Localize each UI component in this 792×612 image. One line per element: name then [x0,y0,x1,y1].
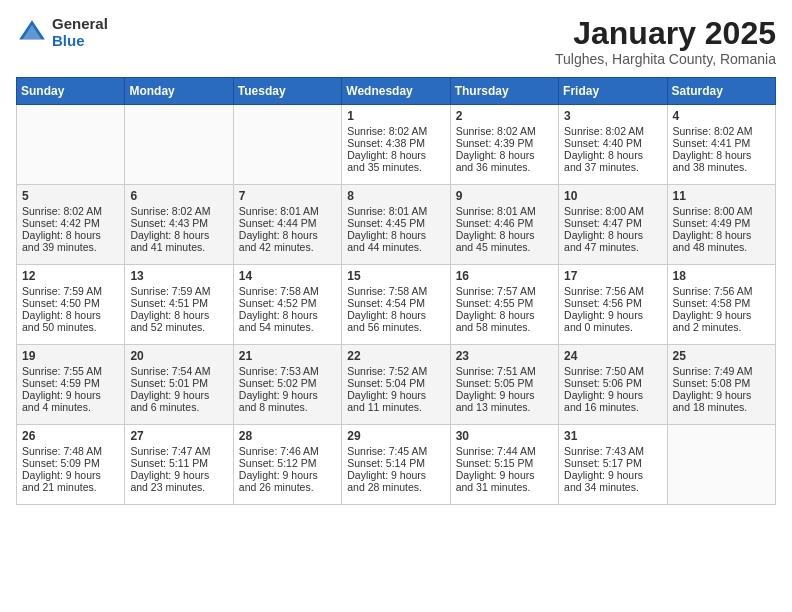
day-content: Sunrise: 7:48 AM [22,445,119,457]
day-content: Sunset: 5:06 PM [564,377,661,389]
calendar-header: SundayMondayTuesdayWednesdayThursdayFrid… [17,78,776,105]
day-cell: 14Sunrise: 7:58 AMSunset: 4:52 PMDayligh… [233,265,341,345]
day-number: 6 [130,189,227,203]
day-content: Sunset: 4:55 PM [456,297,553,309]
day-content: Sunset: 4:39 PM [456,137,553,149]
day-content: Sunrise: 7:58 AM [347,285,444,297]
day-content: Sunrise: 7:57 AM [456,285,553,297]
day-content: Daylight: 9 hours and 11 minutes. [347,389,444,413]
day-content: Sunrise: 8:01 AM [456,205,553,217]
day-content: Sunrise: 7:56 AM [673,285,770,297]
week-row-4: 19Sunrise: 7:55 AMSunset: 4:59 PMDayligh… [17,345,776,425]
day-number: 30 [456,429,553,443]
day-content: Sunrise: 8:02 AM [564,125,661,137]
day-content: Daylight: 8 hours and 48 minutes. [673,229,770,253]
day-number: 21 [239,349,336,363]
day-cell: 21Sunrise: 7:53 AMSunset: 5:02 PMDayligh… [233,345,341,425]
day-cell: 19Sunrise: 7:55 AMSunset: 4:59 PMDayligh… [17,345,125,425]
day-cell: 1Sunrise: 8:02 AMSunset: 4:38 PMDaylight… [342,105,450,185]
day-content: Sunset: 4:54 PM [347,297,444,309]
day-content: Sunset: 5:04 PM [347,377,444,389]
day-content: Sunrise: 8:02 AM [22,205,119,217]
day-content: Sunset: 5:09 PM [22,457,119,469]
header-cell-wednesday: Wednesday [342,78,450,105]
day-content: Sunrise: 7:53 AM [239,365,336,377]
day-number: 13 [130,269,227,283]
day-number: 27 [130,429,227,443]
day-content: Sunrise: 7:54 AM [130,365,227,377]
day-content: Sunset: 4:49 PM [673,217,770,229]
day-number: 17 [564,269,661,283]
day-content: Sunset: 5:12 PM [239,457,336,469]
day-content: Sunrise: 8:01 AM [347,205,444,217]
day-cell: 18Sunrise: 7:56 AMSunset: 4:58 PMDayligh… [667,265,775,345]
day-cell [125,105,233,185]
day-cell: 8Sunrise: 8:01 AMSunset: 4:45 PMDaylight… [342,185,450,265]
day-cell: 10Sunrise: 8:00 AMSunset: 4:47 PMDayligh… [559,185,667,265]
week-row-2: 5Sunrise: 8:02 AMSunset: 4:42 PMDaylight… [17,185,776,265]
day-content: Daylight: 9 hours and 6 minutes. [130,389,227,413]
day-cell: 22Sunrise: 7:52 AMSunset: 5:04 PMDayligh… [342,345,450,425]
day-number: 14 [239,269,336,283]
day-content: Sunrise: 7:49 AM [673,365,770,377]
day-content: Sunset: 5:05 PM [456,377,553,389]
day-number: 20 [130,349,227,363]
day-content: Sunset: 4:46 PM [456,217,553,229]
day-cell: 6Sunrise: 8:02 AMSunset: 4:43 PMDaylight… [125,185,233,265]
day-content: Sunset: 4:47 PM [564,217,661,229]
day-cell: 20Sunrise: 7:54 AMSunset: 5:01 PMDayligh… [125,345,233,425]
day-number: 28 [239,429,336,443]
day-content: Daylight: 8 hours and 52 minutes. [130,309,227,333]
day-content: Sunrise: 8:02 AM [456,125,553,137]
header-row: SundayMondayTuesdayWednesdayThursdayFrid… [17,78,776,105]
day-content: Sunset: 4:58 PM [673,297,770,309]
day-content: Sunset: 4:45 PM [347,217,444,229]
day-content: Daylight: 8 hours and 42 minutes. [239,229,336,253]
day-cell: 28Sunrise: 7:46 AMSunset: 5:12 PMDayligh… [233,425,341,505]
header-cell-friday: Friday [559,78,667,105]
day-cell: 30Sunrise: 7:44 AMSunset: 5:15 PMDayligh… [450,425,558,505]
day-content: Sunrise: 8:02 AM [673,125,770,137]
day-number: 1 [347,109,444,123]
day-cell: 29Sunrise: 7:45 AMSunset: 5:14 PMDayligh… [342,425,450,505]
day-content: Sunrise: 8:02 AM [130,205,227,217]
logo-icon [16,17,48,49]
day-content: Daylight: 9 hours and 16 minutes. [564,389,661,413]
day-content: Sunrise: 7:46 AM [239,445,336,457]
day-content: Sunset: 5:15 PM [456,457,553,469]
day-content: Sunrise: 7:58 AM [239,285,336,297]
day-content: Sunset: 4:38 PM [347,137,444,149]
day-content: Daylight: 8 hours and 36 minutes. [456,149,553,173]
day-content: Sunset: 5:08 PM [673,377,770,389]
title-block: January 2025 Tulghes, Harghita County, R… [555,16,776,67]
day-number: 5 [22,189,119,203]
day-cell: 16Sunrise: 7:57 AMSunset: 4:55 PMDayligh… [450,265,558,345]
day-content: Sunset: 5:02 PM [239,377,336,389]
day-cell [17,105,125,185]
day-cell: 11Sunrise: 8:00 AMSunset: 4:49 PMDayligh… [667,185,775,265]
day-content: Daylight: 8 hours and 45 minutes. [456,229,553,253]
day-cell: 4Sunrise: 8:02 AMSunset: 4:41 PMDaylight… [667,105,775,185]
logo-general: General [52,16,108,33]
day-content: Daylight: 9 hours and 13 minutes. [456,389,553,413]
day-content: Daylight: 8 hours and 54 minutes. [239,309,336,333]
calendar-subtitle: Tulghes, Harghita County, Romania [555,51,776,67]
day-number: 18 [673,269,770,283]
header-cell-monday: Monday [125,78,233,105]
day-content: Sunset: 4:43 PM [130,217,227,229]
day-cell: 9Sunrise: 8:01 AMSunset: 4:46 PMDaylight… [450,185,558,265]
page-header: General Blue January 2025 Tulghes, Hargh… [16,16,776,67]
day-content: Daylight: 9 hours and 26 minutes. [239,469,336,493]
day-content: Daylight: 8 hours and 44 minutes. [347,229,444,253]
week-row-3: 12Sunrise: 7:59 AMSunset: 4:50 PMDayligh… [17,265,776,345]
day-content: Daylight: 9 hours and 18 minutes. [673,389,770,413]
day-content: Sunrise: 7:56 AM [564,285,661,297]
day-cell: 3Sunrise: 8:02 AMSunset: 4:40 PMDaylight… [559,105,667,185]
day-cell: 26Sunrise: 7:48 AMSunset: 5:09 PMDayligh… [17,425,125,505]
day-cell [667,425,775,505]
day-cell: 7Sunrise: 8:01 AMSunset: 4:44 PMDaylight… [233,185,341,265]
day-content: Sunset: 4:56 PM [564,297,661,309]
day-content: Sunset: 4:59 PM [22,377,119,389]
day-content: Daylight: 8 hours and 37 minutes. [564,149,661,173]
day-content: Daylight: 9 hours and 4 minutes. [22,389,119,413]
